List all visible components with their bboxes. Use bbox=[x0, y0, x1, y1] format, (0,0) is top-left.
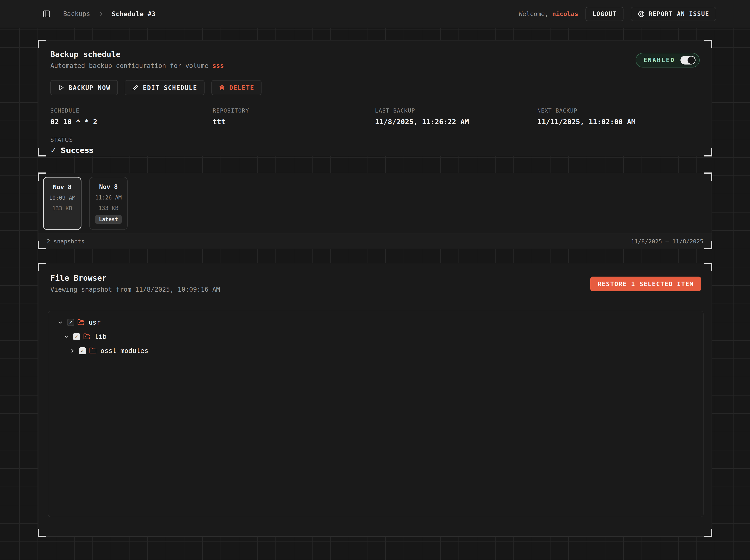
sidebar-toggle-button[interactable] bbox=[43, 10, 51, 18]
field-repository: REPOSITORY ttt bbox=[213, 107, 375, 126]
panel-left-icon bbox=[43, 10, 51, 18]
file-browser-heading: File Browser Viewing snapshot from 11/8/… bbox=[50, 273, 220, 293]
logout-button[interactable]: LOGOUT bbox=[586, 7, 624, 21]
breadcrumb: Backups Schedule #3 bbox=[63, 10, 156, 18]
play-icon bbox=[58, 84, 64, 91]
field-last-backup: LAST BACKUP 11/8/2025, 11:26:22 AM bbox=[375, 107, 537, 126]
snapshot-date: Nov 8 bbox=[53, 183, 72, 191]
field-next-backup: NEXT BACKUP 11/11/2025, 11:02:00 AM bbox=[537, 107, 700, 126]
report-issue-label: REPORT AN ISSUE bbox=[649, 11, 709, 17]
enabled-toggle[interactable]: ENABLED bbox=[636, 53, 700, 67]
checkbox-checked[interactable]: ✓ bbox=[73, 333, 80, 340]
toggle-track[interactable] bbox=[680, 56, 695, 64]
checkbox-checked[interactable]: ✓ bbox=[79, 347, 86, 354]
snapshot-size: 133 KB bbox=[99, 205, 119, 212]
folder-open-icon bbox=[77, 319, 85, 326]
delete-label: DELETE bbox=[229, 84, 254, 91]
delete-button[interactable]: DELETE bbox=[212, 80, 262, 95]
breadcrumb-current: Schedule #3 bbox=[112, 10, 156, 18]
snapshot-size: 133 KB bbox=[53, 205, 72, 212]
file-tree: ✓ usr ✓ lib ✓ bbox=[48, 311, 704, 517]
edit-schedule-button[interactable]: EDIT SCHEDULE bbox=[125, 80, 204, 95]
breadcrumb-backups-link[interactable]: Backups bbox=[63, 10, 90, 18]
file-browser-title: File Browser bbox=[50, 273, 220, 282]
snapshot-card[interactable]: Nov 8 11:26 AM 133 KB Latest bbox=[89, 177, 128, 230]
status-block: STATUS ✓ Success bbox=[50, 137, 700, 155]
tree-item-label: ossl-modules bbox=[100, 347, 149, 355]
snapshot-time: 10:09 AM bbox=[49, 195, 76, 201]
trash-icon bbox=[219, 84, 225, 91]
file-browser-subtitle: Viewing snapshot from 11/8/2025, 10:09:1… bbox=[50, 286, 220, 293]
header-right: Welcome, nicolas LOGOUT REPORT AN ISSUE bbox=[519, 7, 716, 21]
schedule-fields: SCHEDULE 02 10 * * 2 REPOSITORY ttt LAST… bbox=[50, 107, 700, 126]
schedule-heading: Backup schedule Automated backup configu… bbox=[50, 49, 224, 69]
snapshot-card-selected[interactable]: Nov 8 10:09 AM 133 KB bbox=[43, 177, 81, 230]
chevron-right-icon bbox=[98, 11, 104, 17]
backup-schedule-panel: Backup schedule Automated backup configu… bbox=[38, 40, 712, 156]
corner-bracket bbox=[704, 148, 712, 157]
welcome-text: Welcome, nicolas bbox=[519, 10, 578, 17]
snapshot-count: 2 snapshots bbox=[47, 238, 85, 245]
pencil-icon bbox=[132, 84, 139, 91]
tree-row-ossl-modules[interactable]: ✓ ossl-modules bbox=[48, 344, 703, 358]
corner-bracket bbox=[704, 529, 712, 537]
tree-item-label: usr bbox=[88, 318, 100, 326]
lifebuoy-icon bbox=[638, 10, 645, 18]
panel-title: Backup schedule bbox=[50, 49, 224, 59]
edit-schedule-label: EDIT SCHEDULE bbox=[143, 84, 197, 91]
toggle-knob bbox=[688, 57, 695, 64]
chevron-down-icon[interactable] bbox=[57, 319, 64, 325]
snapshot-time: 11:26 AM bbox=[95, 195, 122, 201]
enabled-label: ENABLED bbox=[644, 57, 675, 64]
chevron-down-icon[interactable] bbox=[63, 333, 70, 340]
restore-selected-button[interactable]: RESTORE 1 SELECTED ITEM bbox=[590, 277, 701, 291]
username: nicolas bbox=[552, 10, 578, 17]
snapshot-date: Nov 8 bbox=[99, 183, 118, 190]
status-label: STATUS bbox=[50, 137, 700, 143]
subtitle-prefix: Automated backup configuration for volum… bbox=[50, 62, 212, 69]
field-schedule: SCHEDULE 02 10 * * 2 bbox=[50, 107, 213, 126]
corner-bracket bbox=[704, 40, 712, 48]
tree-item-label: lib bbox=[95, 333, 106, 340]
field-value: 11/8/2025, 11:26:22 AM bbox=[375, 118, 537, 126]
file-browser-panel: File Browser Viewing snapshot from 11/8/… bbox=[38, 263, 712, 537]
folder-closed-icon bbox=[89, 347, 97, 354]
folder-open-icon bbox=[83, 333, 91, 340]
latest-badge: Latest bbox=[95, 215, 121, 224]
chevron-right-icon[interactable] bbox=[69, 347, 76, 354]
field-value: 02 10 * * 2 bbox=[50, 118, 213, 126]
snapshots-footer: 2 snapshots 11/8/2025 – 11/8/2025 bbox=[38, 234, 712, 249]
status-value: ✓ Success bbox=[50, 146, 700, 155]
field-label: LAST BACKUP bbox=[375, 107, 537, 114]
field-value: ttt bbox=[213, 118, 375, 126]
report-issue-button[interactable]: REPORT AN ISSUE bbox=[631, 7, 716, 21]
panel-subtitle: Automated backup configuration for volum… bbox=[50, 62, 224, 69]
field-value: 11/11/2025, 11:02:00 AM bbox=[537, 118, 700, 126]
schedule-actions: BACKUP NOW EDIT SCHEDULE DELETE bbox=[50, 80, 700, 95]
checkbox-checked[interactable]: ✓ bbox=[67, 319, 74, 326]
snapshot-date-range: 11/8/2025 – 11/8/2025 bbox=[631, 238, 703, 245]
backup-now-label: BACKUP NOW bbox=[68, 84, 111, 91]
status-text: Success bbox=[61, 146, 94, 155]
corner-bracket bbox=[704, 263, 712, 271]
snapshots-panel: Nov 8 10:09 AM 133 KB Nov 8 11:26 AM 133… bbox=[38, 173, 712, 249]
field-label: SCHEDULE bbox=[50, 107, 213, 114]
tree-row-usr[interactable]: ✓ usr bbox=[48, 315, 703, 329]
volume-name: sss bbox=[212, 62, 224, 69]
tree-row-lib[interactable]: ✓ lib bbox=[48, 329, 703, 344]
backup-now-button[interactable]: BACKUP NOW bbox=[50, 80, 118, 95]
field-label: REPOSITORY bbox=[213, 107, 375, 114]
corner-bracket bbox=[38, 40, 46, 48]
check-icon: ✓ bbox=[50, 146, 57, 155]
corner-bracket bbox=[38, 263, 46, 271]
corner-bracket bbox=[38, 529, 46, 537]
top-header: Backups Schedule #3 Welcome, nicolas LOG… bbox=[0, 0, 750, 28]
welcome-prefix: Welcome, bbox=[519, 10, 548, 17]
corner-bracket bbox=[38, 148, 46, 157]
field-label: NEXT BACKUP bbox=[537, 107, 700, 114]
snapshot-cards: Nov 8 10:09 AM 133 KB Nov 8 11:26 AM 133… bbox=[38, 173, 712, 234]
